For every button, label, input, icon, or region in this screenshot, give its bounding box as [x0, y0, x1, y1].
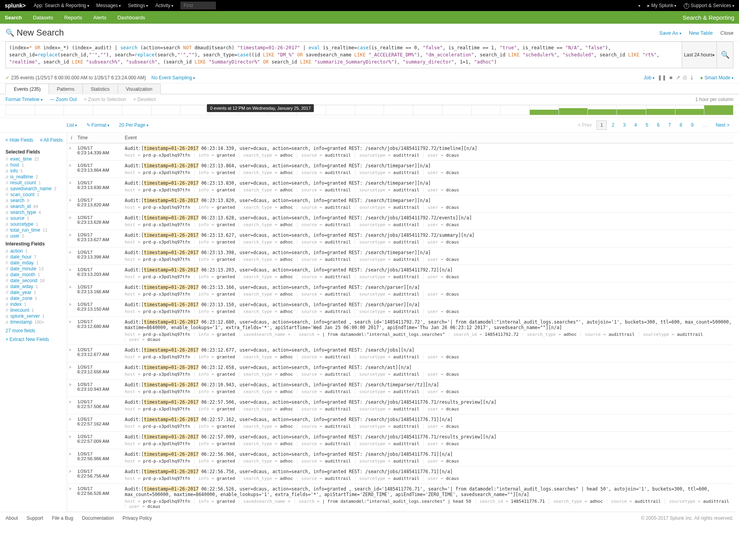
meta-info[interactable]: info = granted [194, 406, 235, 412]
timeline-column[interactable] [500, 105, 529, 115]
meta-host[interactable]: host = prd-p-x3pdlhq97tfn [125, 499, 190, 504]
meta-user[interactable]: user = dcaus [423, 292, 459, 297]
meta-info[interactable]: info = granted [194, 332, 235, 337]
nav-dashboards[interactable]: Dashboards [117, 15, 145, 21]
expand-event[interactable]: > [67, 362, 76, 379]
per-page[interactable]: 20 Per Page [119, 122, 148, 128]
meta-source[interactable]: source = audittrail [581, 332, 635, 337]
format-timeline[interactable]: Format Timeline [6, 97, 43, 102]
expand-event[interactable]: > [67, 380, 76, 397]
hide-fields[interactable]: < Hide Fields [6, 137, 33, 143]
meta-info[interactable]: info = granted [194, 459, 235, 464]
settings-menu[interactable]: Settings [128, 3, 148, 8]
meta-sourcetype[interactable]: sourcetype = audittrail [355, 187, 419, 193]
meta-sourcetype[interactable]: sourcetype = audittrail [355, 257, 419, 262]
expand-event[interactable]: > [67, 317, 76, 345]
field-search_type[interactable]: asearch_type4 [6, 210, 63, 215]
tab-statistics[interactable]: Statistics [83, 84, 118, 94]
expand-event[interactable]: > [67, 195, 76, 212]
field-source[interactable]: asource1 [6, 215, 63, 221]
meta-user[interactable]: user = dcaus [423, 187, 459, 193]
nav-datasets[interactable]: Datasets [33, 15, 53, 21]
meta-search-type[interactable]: search_type = adhoc [239, 257, 293, 262]
meta-info[interactable]: info = granted [194, 274, 235, 279]
meta-source[interactable]: source = audittrail [297, 292, 351, 297]
event-raw[interactable]: Audit:[timestamp=01-26-2017 06:22:57.506… [125, 399, 732, 405]
meta-host[interactable]: host = prd-p-x3pdlhq97tfn [125, 257, 190, 262]
meta-sourcetype[interactable]: sourcetype = audittrail [355, 222, 419, 227]
meta-host[interactable]: host = prd-p-x3pdlhq97tfn [125, 309, 190, 314]
meta-sourcetype[interactable]: sourcetype = audittrail [355, 153, 419, 158]
share-icon[interactable]: ↗ [676, 75, 680, 81]
nav-reports[interactable]: Reports [64, 15, 83, 21]
page-4[interactable]: 4 [630, 120, 641, 130]
event-raw[interactable]: Audit:[timestamp=01-26-2017 06:22:56.966… [125, 451, 732, 457]
messages-menu[interactable]: Messages [96, 3, 121, 8]
meta-sourcetype[interactable]: sourcetype = audittrail [355, 292, 419, 297]
meta-user[interactable]: user = dcaus [423, 257, 459, 262]
expand-event[interactable]: > [67, 432, 76, 449]
timeline-column[interactable] [64, 105, 93, 115]
pause-icon[interactable]: ❚❚ [658, 75, 666, 81]
meta-search-type[interactable]: search_type = adhoc [239, 274, 293, 279]
page-9[interactable]: 9 [687, 120, 698, 130]
meta-info[interactable]: info = granted [194, 476, 235, 481]
event-raw[interactable]: Audit:[timestamp=01-26-2017 06:23:13.864… [125, 163, 732, 169]
meta-source[interactable]: source = audittrail [297, 222, 351, 227]
timeline-column[interactable] [355, 105, 384, 115]
field-scan_count[interactable]: #scan_count1 [6, 192, 63, 197]
meta-source[interactable]: source = audittrail [297, 441, 351, 446]
field-timestamp[interactable]: atimestamp100+ [6, 319, 63, 325]
meta-host[interactable]: host = prd-p-x3pdlhq97tfn [125, 332, 190, 337]
meta-sourcetype[interactable]: sourcetype = audittrail [355, 476, 419, 481]
meta-info[interactable]: info = granted [194, 309, 235, 314]
meta-host[interactable]: host = prd-p-x3pdlhq97tfn [125, 389, 190, 394]
print-icon[interactable]: ⎙ [683, 75, 686, 81]
meta-source[interactable]: source = audittrail [297, 424, 351, 429]
meta-source[interactable]: source = audittrail [297, 274, 351, 279]
meta-search-type[interactable]: search_type = adhoc [239, 476, 293, 481]
meta-info[interactable]: info = granted [194, 372, 235, 377]
search-mode[interactable]: Smart Mode [700, 75, 733, 81]
timeline-column[interactable] [151, 105, 180, 115]
timeline-column[interactable] [384, 105, 413, 115]
tab-visualization[interactable]: Visualization [118, 84, 161, 94]
meta-search-type[interactable]: search_type = adhoc [239, 170, 293, 175]
meta-host[interactable]: host = prd-p-x3pdlhq97tfn [125, 170, 190, 175]
app-menu[interactable]: App: Search & Reporting [34, 3, 89, 8]
field-date_minute[interactable]: #date_minute13 [6, 266, 63, 272]
event-raw[interactable]: Audit:[timestamp=01-26-2017 06:23:12.680… [125, 319, 732, 330]
meta-host[interactable]: host = prd-p-x3pdlhq97tfn [125, 424, 190, 429]
meta-source[interactable]: source = audittrail [297, 187, 351, 193]
field-index[interactable]: aindex1 [6, 302, 63, 307]
expand-event[interactable]: > [67, 230, 76, 247]
meta-info[interactable]: info = granted [194, 257, 235, 262]
field-action[interactable]: aaction1 [6, 248, 63, 254]
timeline-column[interactable] [122, 105, 151, 115]
meta-info[interactable]: info = granted [194, 240, 235, 245]
field-host[interactable]: ahost1 [6, 162, 63, 168]
meta-host[interactable]: host = prd-p-x3pdlhq97tfn [125, 205, 190, 210]
meta-user[interactable]: user = dcaus [423, 170, 459, 175]
meta-host[interactable]: host = prd-p-x3pdlhq97tfn [125, 187, 190, 193]
meta-search-type[interactable]: search_type = adhoc [239, 459, 293, 464]
meta-search-type[interactable]: search_type = adhoc [239, 153, 293, 158]
timeline-column[interactable] [617, 105, 646, 115]
meta-search-type[interactable]: search_type = adhoc [239, 205, 293, 210]
page-6[interactable]: 6 [653, 120, 664, 130]
meta-source[interactable]: source = audittrail [297, 257, 351, 262]
field-search_id[interactable]: asearch_id44 [6, 204, 63, 209]
footer-file-bug[interactable]: File a Bug [52, 515, 73, 521]
meta-host[interactable]: host = prd-p-x3pdlhq97tfn [125, 441, 190, 446]
field-date_month[interactable]: adate_month1 [6, 272, 63, 277]
meta-sourcetype[interactable]: sourcetype = audittrail [355, 274, 419, 279]
meta-sourcetype[interactable]: sourcetype = audittrail [355, 441, 419, 446]
meta-info[interactable]: info = granted [194, 170, 235, 175]
meta-info[interactable]: info = granted [194, 205, 235, 210]
meta-host[interactable]: host = prd-p-x3pdlhq97tfn [125, 274, 190, 279]
meta-source[interactable]: source = audittrail [607, 499, 661, 504]
field-date_wday[interactable]: adate_wday1 [6, 284, 63, 289]
find-input[interactable] [180, 2, 216, 9]
meta-search-type[interactable]: search_type = adhoc [239, 187, 293, 193]
my-splunk-menu[interactable]: ▸ My Splunk [647, 3, 676, 8]
